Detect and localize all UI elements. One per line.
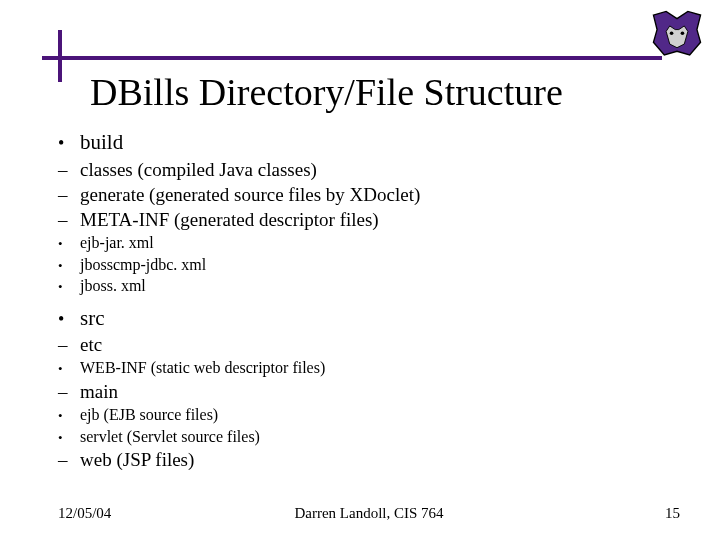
- bullet-build-metainf: META-INF (generated descriptor files): [58, 208, 680, 231]
- text: WEB-INF (static web descriptor files): [80, 358, 325, 378]
- bullet-ejb: ejb (EJB source files): [58, 405, 680, 425]
- footer-date: 12/05/04: [58, 505, 111, 522]
- accent-line-h: [42, 56, 662, 60]
- svg-point-1: [681, 31, 685, 35]
- text: ejb-jar. xml: [80, 233, 154, 253]
- text: servlet (Servlet source files): [80, 427, 260, 447]
- accent-line-v: [58, 30, 62, 82]
- bullet-webinf: WEB-INF (static web descriptor files): [58, 358, 680, 378]
- bullet-jboss: jboss. xml: [58, 276, 680, 296]
- bullet-build-generate: generate (generated source files by XDoc…: [58, 183, 680, 206]
- bullet-build-classes: classes (compiled Java classes): [58, 158, 680, 181]
- footer-page: 15: [665, 505, 680, 522]
- text: META-INF (generated descriptor files): [80, 208, 379, 231]
- bullet-src-main: main: [58, 380, 680, 403]
- bullet-src-web: web (JSP files): [58, 448, 680, 471]
- bullet-jbosscmp: jbosscmp-jdbc. xml: [58, 255, 680, 275]
- slide: DBills Directory/File Structure build cl…: [0, 0, 720, 540]
- footer: 12/05/04 Darren Landoll, CIS 764 15: [58, 505, 680, 522]
- slide-body: build classes (compiled Java classes) ge…: [58, 128, 680, 473]
- bullet-build: build: [58, 130, 680, 156]
- wildcat-logo: [648, 6, 706, 64]
- footer-author: Darren Landoll, CIS 764: [58, 505, 680, 522]
- text: web (JSP files): [80, 448, 194, 471]
- text: jboss. xml: [80, 276, 146, 296]
- text: src: [80, 306, 105, 332]
- bullet-src-etc: etc: [58, 333, 680, 356]
- text: etc: [80, 333, 102, 356]
- bullet-servlet: servlet (Servlet source files): [58, 427, 680, 447]
- text: build: [80, 130, 123, 156]
- slide-title: DBills Directory/File Structure: [90, 70, 563, 114]
- text: generate (generated source files by XDoc…: [80, 183, 420, 206]
- bullet-ejb-jar: ejb-jar. xml: [58, 233, 680, 253]
- text: main: [80, 380, 118, 403]
- text: classes (compiled Java classes): [80, 158, 317, 181]
- text: ejb (EJB source files): [80, 405, 218, 425]
- text: jbosscmp-jdbc. xml: [80, 255, 206, 275]
- bullet-src: src: [58, 306, 680, 332]
- svg-point-0: [670, 31, 674, 35]
